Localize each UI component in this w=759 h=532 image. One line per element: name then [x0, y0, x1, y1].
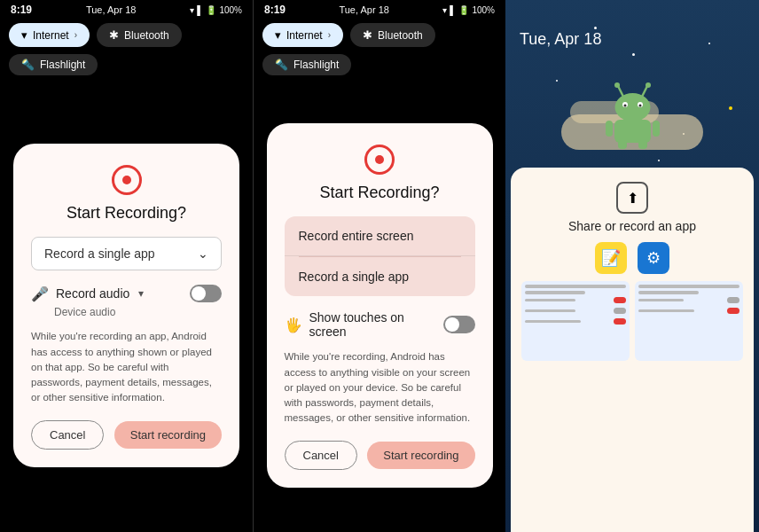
dialog-title-2: Start Recording?: [285, 184, 475, 202]
mini-screen-inner-1: [521, 281, 630, 330]
wifi-tile-icon-2: ▾: [275, 28, 281, 42]
btn-row-1: Cancel Start recording: [31, 420, 222, 450]
mini-toggle-3: [614, 318, 626, 325]
dialog-icon-2: [285, 145, 475, 175]
bluetooth-tile-icon-1: ✱: [109, 28, 119, 42]
mini-screenshots: [521, 281, 743, 361]
cancel-button-1[interactable]: Cancel: [31, 420, 104, 450]
svg-rect-12: [618, 140, 627, 149]
audio-toggle-1[interactable]: [190, 285, 222, 302]
internet-tile-1[interactable]: ▾ Internet ›: [9, 23, 90, 47]
dropdown-value-1: Record a single app: [44, 246, 155, 261]
cancel-button-2[interactable]: Cancel: [285, 441, 357, 470]
dialog-area-2: Start Recording? Record entire screen Re…: [254, 79, 505, 532]
mini-label-1: [525, 299, 575, 301]
signal-icon-2: ▌: [450, 5, 456, 15]
svg-line-0: [618, 86, 623, 97]
internet-label-2: Internet: [286, 29, 323, 42]
time-2: 8:19: [264, 4, 286, 16]
quick-tiles-2: ▾ Internet › ✱ Bluetooth: [254, 20, 505, 51]
battery-icon-2: 🔋: [458, 5, 469, 15]
mini-line-2: [525, 291, 585, 294]
audio-chevron-1[interactable]: ▾: [138, 287, 144, 300]
phone-1: 8:19 Tue, Apr 18 ▾ ▌ 🔋 100% ▾ Internet ›…: [0, 0, 253, 532]
touches-row-2: 🖐 Show touches on screen: [285, 310, 475, 339]
chevron-icon-2: ›: [328, 30, 331, 40]
mascot-area: [505, 52, 759, 168]
flashlight-tile-2[interactable]: 🔦 Flashlight: [262, 54, 351, 75]
touches-label-2: Show touches on screen: [309, 310, 436, 339]
app-icon-settings[interactable]: ⚙: [638, 242, 669, 274]
dialog-area-1: Start Recording? Record a single app ⌄ 🎤…: [0, 79, 253, 532]
app-dropdown-1[interactable]: Record a single app ⌄: [31, 237, 222, 270]
info-text-2: While you're recording, Android has acce…: [285, 349, 475, 426]
internet-tile-2[interactable]: ▾ Internet ›: [262, 23, 343, 47]
svg-point-1: [614, 82, 620, 88]
share-grid: 📝 ⚙: [521, 242, 743, 274]
status-bar-1: 8:19 Tue, Apr 18 ▾ ▌ 🔋 100%: [0, 0, 253, 20]
mini-label-3: [525, 320, 581, 323]
option-single-app[interactable]: Record a single app: [285, 257, 475, 296]
date-1: Tue, Apr 18: [86, 4, 136, 15]
option-entire-screen[interactable]: Record entire screen: [285, 216, 475, 256]
mini-line-3: [638, 285, 739, 288]
wifi-icon: ▾: [190, 5, 194, 15]
mini-label-5: [638, 309, 694, 312]
wifi-tile-icon: ▾: [21, 28, 27, 42]
audio-row-1: 🎤 Record audio ▾: [31, 285, 222, 302]
info-text-1: While you're recording an app, Android h…: [31, 329, 222, 405]
time-1: 8:19: [11, 4, 32, 16]
internet-label-1: Internet: [33, 29, 69, 42]
bluetooth-label-2: Bluetooth: [378, 29, 423, 42]
mic-icon-1: 🎤: [31, 286, 49, 302]
flashlight-tile-1[interactable]: 🔦 Flashlight: [9, 54, 98, 75]
mini-toggle-4: [727, 297, 739, 303]
svg-point-7: [623, 105, 626, 107]
mini-toggle-5: [727, 308, 739, 314]
btn-row-2: Cancel Start recording: [285, 441, 475, 470]
phone-3: 8:21 ▌ 🔋 Tue, Apr 18: [505, 0, 759, 532]
dialog-1: Start Recording? Record a single app ⌄ 🎤…: [13, 144, 239, 466]
bluetooth-tile-1[interactable]: ✱ Bluetooth: [97, 23, 182, 47]
mini-toggle-row-2: [525, 308, 626, 314]
start-button-2[interactable]: Start recording: [367, 442, 474, 469]
mini-label-4: [638, 299, 684, 301]
svg-point-3: [646, 82, 651, 88]
mini-toggle-row-4: [638, 297, 739, 303]
mini-line-4: [638, 291, 699, 294]
svg-rect-11: [653, 121, 660, 137]
audio-sublabel-1: Device audio: [54, 306, 222, 318]
chevron-icon-1: ›: [74, 30, 77, 40]
svg-point-8: [638, 105, 641, 107]
mini-toggle-row-3: [525, 318, 626, 325]
date-2: Tue, Apr 18: [339, 4, 388, 15]
app-icon-notes[interactable]: 📝: [595, 242, 627, 274]
mini-screen-1: [521, 281, 630, 361]
battery-pct-1: 100%: [219, 5, 242, 15]
upload-icon: ⬆: [616, 182, 648, 214]
touches-toggle-2[interactable]: [443, 316, 475, 333]
dialog-title-1: Start Recording?: [31, 204, 222, 223]
svg-rect-13: [638, 140, 647, 149]
date-display-3: Tue, Apr 18: [505, 20, 759, 52]
flashlight-label-1: Flashlight: [40, 59, 85, 71]
battery-pct-2: 100%: [472, 5, 495, 15]
record-icon-1: [112, 165, 142, 195]
flashlight-icon-2: 🔦: [275, 59, 288, 71]
start-button-1[interactable]: Start recording: [114, 421, 222, 449]
audio-label-1: Record audio: [56, 286, 129, 301]
bluetooth-label-1: Bluetooth: [124, 29, 169, 42]
record-icon-2: [364, 145, 395, 175]
mini-toggle-1: [614, 297, 626, 303]
quick-tiles-1: ▾ Internet › ✱ Bluetooth: [0, 20, 253, 51]
mini-label-2: [525, 309, 575, 312]
android-mascot: [604, 79, 661, 150]
mini-screen-2: [635, 281, 743, 361]
hand-icon-2: 🖐: [285, 317, 302, 333]
signal-icons-1: ▾ ▌ 🔋 100%: [190, 5, 242, 15]
chevron-down-icon-1: ⌄: [198, 246, 208, 261]
mini-toggle-row-1: [525, 297, 626, 303]
status-bar-2: 8:19 Tue, Apr 18 ▾ ▌ 🔋 100%: [254, 0, 505, 20]
bluetooth-tile-icon-2: ✱: [363, 28, 372, 42]
bluetooth-tile-2[interactable]: ✱ Bluetooth: [350, 23, 435, 47]
